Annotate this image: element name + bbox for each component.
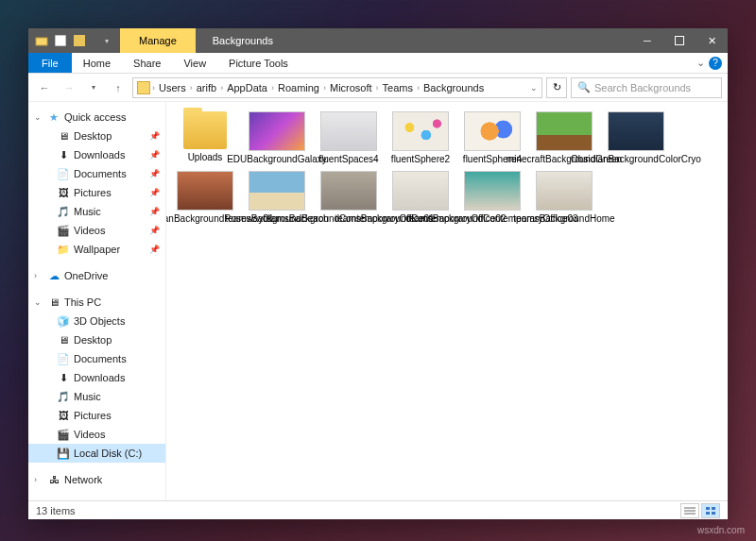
content-pane[interactable]: UploadsEDUBackgroundGalaxyfluentSpaces4f… [166, 102, 728, 500]
ribbon-tab-share[interactable]: Share [122, 53, 172, 73]
image-thumbnail [249, 111, 305, 151]
back-button[interactable]: ← [34, 77, 55, 98]
svg-rect-0 [36, 38, 47, 45]
breadcrumb-item[interactable]: Teams [381, 82, 415, 93]
file-item[interactable]: ObsidianBackgroundColorCryo [605, 111, 667, 165]
image-thumbnail [249, 171, 305, 211]
breadcrumb-item[interactable]: AppData [225, 82, 269, 93]
folder-icon [34, 33, 49, 48]
svg-rect-8 [712, 507, 715, 510]
pin-icon: 📌 [149, 207, 160, 216]
svg-rect-2 [74, 35, 85, 46]
quick-access-toolbar: ▾ [28, 28, 120, 53]
file-item[interactable]: EDUBackgroundGalaxy [246, 111, 308, 165]
properties-icon[interactable] [53, 33, 68, 48]
tree-this-pc[interactable]: ⌄🖥This PC [28, 293, 165, 312]
image-thumbnail [536, 111, 593, 151]
svg-rect-10 [712, 512, 715, 515]
folder-icon [137, 81, 150, 94]
tree-item-wallpaper[interactable]: 📁Wallpaper📌 [28, 240, 165, 259]
tree-item-3d-objects[interactable]: 🧊3D Objects [28, 312, 165, 330]
folder-icon [183, 111, 227, 149]
contextual-tab-manage[interactable]: Manage [120, 28, 196, 53]
image-thumbnail [536, 171, 593, 211]
tree-item-downloads[interactable]: ⬇Downloads📌 [28, 145, 165, 164]
view-details-button[interactable] [680, 503, 699, 518]
file-name: fluentSphere2 [391, 154, 450, 165]
breadcrumb-item[interactable]: Microsoft [328, 82, 374, 93]
ribbon: File Home Share View Picture Tools ⌄ ? [28, 53, 728, 74]
qat-dropdown-icon[interactable]: ▾ [99, 33, 114, 48]
forward-button[interactable]: → [59, 77, 79, 98]
recent-dropdown[interactable]: ▾ [83, 77, 104, 98]
file-name: teamsBackgroundHome [513, 213, 614, 225]
tree-item-videos[interactable]: 🎬Videos📌 [28, 221, 165, 240]
svg-rect-3 [676, 37, 684, 45]
svg-rect-1 [55, 35, 66, 46]
image-thumbnail [464, 111, 521, 151]
titlebar[interactable]: ▾ Manage Backgrounds ─ ✕ [28, 28, 728, 53]
up-button[interactable]: ↑ [108, 77, 129, 98]
minimize-button[interactable]: ─ [631, 28, 663, 53]
pin-icon: 📌 [149, 188, 160, 197]
breadcrumb-item[interactable]: Backgrounds [421, 82, 486, 93]
image-thumbnail [608, 111, 664, 151]
tree-item-documents[interactable]: 📄Documents [28, 349, 165, 368]
search-placeholder: Search Backgrounds [594, 82, 691, 93]
pin-icon: 📌 [149, 226, 160, 235]
tree-item-videos[interactable]: 🎬Videos [28, 425, 165, 444]
qat-icon[interactable] [72, 33, 87, 48]
refresh-button[interactable]: ↻ [546, 77, 567, 98]
pin-icon: 📌 [149, 150, 160, 160]
close-button[interactable]: ✕ [696, 28, 728, 53]
tree-onedrive[interactable]: ›☁OneDrive [28, 266, 165, 285]
nav-pane[interactable]: ⌄★Quick access 🖥Desktop📌⬇Downloads📌📄Docu… [28, 102, 166, 500]
ribbon-tab-view[interactable]: View [172, 53, 217, 73]
image-thumbnail [392, 171, 449, 211]
window-title: Backgrounds [196, 28, 290, 53]
file-name: Uploads [188, 152, 223, 163]
view-thumbnails-button[interactable] [701, 503, 720, 518]
image-thumbnail [320, 171, 377, 211]
tree-item-pictures[interactable]: 🖼Pictures [28, 406, 165, 425]
breadcrumb[interactable]: › Users› arifb› AppData› Roaming› Micros… [132, 77, 542, 98]
pin-icon: 📌 [149, 169, 160, 178]
breadcrumb-item[interactable]: Roaming [276, 82, 321, 93]
svg-rect-9 [706, 512, 710, 515]
tree-item-music[interactable]: 🎵Music📌 [28, 202, 165, 221]
tree-item-local-disk-c-[interactable]: 💾Local Disk (C:) [28, 444, 165, 463]
help-icon[interactable]: ? [709, 57, 722, 70]
file-name: ObsidianBackgroundColorCryo [571, 154, 701, 165]
file-name: EDUBackgroundGalaxy [227, 154, 327, 165]
tree-item-desktop[interactable]: 🖥Desktop📌 [28, 127, 165, 145]
tree-quick-access[interactable]: ⌄★Quick access [28, 108, 165, 127]
chevron-down-icon[interactable]: ⌄ [530, 83, 538, 93]
ribbon-tab-picture-tools[interactable]: Picture Tools [217, 53, 300, 73]
tree-item-desktop[interactable]: 🖥Desktop [28, 330, 165, 349]
status-bar: 13 items [28, 500, 728, 519]
image-thumbnail [320, 111, 377, 151]
image-thumbnail [177, 171, 233, 211]
file-menu[interactable]: File [28, 53, 72, 73]
search-icon: 🔍 [577, 81, 591, 93]
maximize-button[interactable] [663, 28, 696, 53]
breadcrumb-item[interactable]: arifb [195, 82, 218, 93]
tree-item-downloads[interactable]: ⬇Downloads [28, 368, 165, 387]
file-item[interactable]: teamsBackgroundHome [533, 171, 595, 225]
image-thumbnail [464, 171, 521, 211]
image-thumbnail [392, 111, 449, 151]
item-count: 13 items [36, 505, 76, 516]
pin-icon: 📌 [149, 131, 160, 141]
tree-network[interactable]: ›🖧Network [28, 470, 165, 489]
file-name: fluentSpaces4 [318, 154, 378, 165]
tree-item-music[interactable]: 🎵Music [28, 387, 165, 406]
ribbon-expand-icon[interactable]: ⌄ [696, 57, 705, 69]
tree-item-pictures[interactable]: 🖼Pictures📌 [28, 183, 165, 202]
file-item[interactable]: fluentSpaces4 [318, 111, 380, 165]
watermark: wsxdn.com [697, 525, 745, 535]
file-item[interactable]: fluentSphere2 [389, 111, 452, 165]
breadcrumb-item[interactable]: Users [157, 82, 188, 93]
tree-item-documents[interactable]: 📄Documents📌 [28, 164, 165, 183]
ribbon-tab-home[interactable]: Home [72, 53, 122, 73]
search-input[interactable]: 🔍 Search Backgrounds [571, 77, 722, 98]
